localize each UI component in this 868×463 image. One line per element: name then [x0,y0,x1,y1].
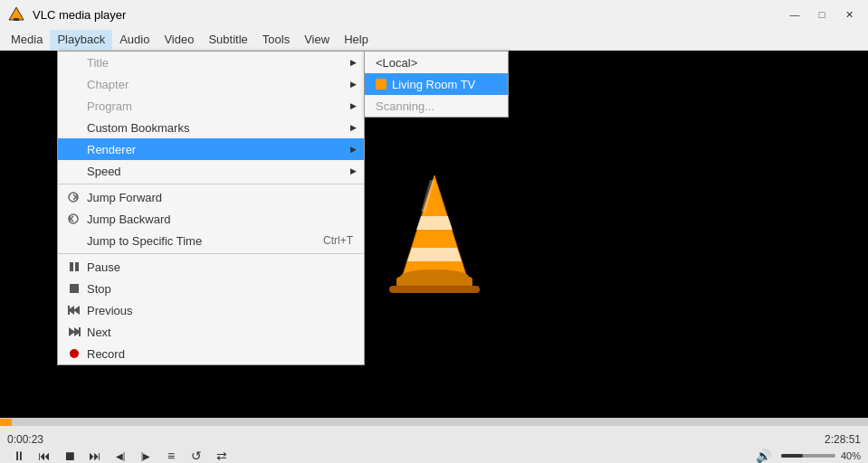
menu-stop[interactable]: Stop [58,278,364,299]
jump-forward-icon [65,191,83,203]
separator-2 [58,253,364,254]
vlc-logo-icon [7,5,25,24]
stop-button[interactable]: ⏹ [58,445,81,463]
svg-rect-16 [70,284,79,293]
vlc-cone-icon [380,166,489,302]
svg-rect-19 [68,306,70,315]
menu-speed[interactable]: Speed [58,160,364,182]
frame-prev-button[interactable]: ◀| [109,445,132,463]
menu-item-view[interactable]: View [297,30,337,50]
menu-item-tools[interactable]: Tools [255,30,297,50]
mute-button[interactable]: 🔊 [752,445,776,463]
title-bar-left: VLC media player [7,5,126,24]
previous-icon [65,305,83,316]
svg-marker-17 [73,306,80,315]
menu-program[interactable]: Program [58,95,364,117]
menu-record[interactable]: Record [58,343,364,364]
menu-jump-forward[interactable]: Jump Forward [58,186,364,208]
frame-next-button[interactable]: |▶ [134,445,157,463]
menu-next[interactable]: Next [58,321,364,343]
renderer-living-room-tv[interactable]: Living Room TV [365,73,508,95]
menu-item-audio[interactable]: Audio [112,30,157,50]
svg-rect-22 [79,327,81,336]
menu-item-video[interactable]: Video [157,30,201,50]
menu-renderer[interactable]: Renderer [58,138,364,160]
next-icon [65,326,83,337]
menu-previous[interactable]: Previous [58,299,364,321]
menu-item-media[interactable]: Media [4,30,50,50]
menu-pause[interactable]: Pause [58,256,364,278]
renderer-local[interactable]: <Local> [365,52,508,73]
pause-icon [65,261,83,272]
total-time: 2:28:51 [825,433,861,446]
skip-forward-button[interactable]: ⏭ [83,445,107,463]
separator-1 [58,184,364,184]
window-title: VLC media player [33,8,126,22]
loop-button[interactable]: ↺ [185,445,208,463]
progress-fill [0,419,12,426]
svg-rect-15 [75,262,79,271]
play-pause-button[interactable]: ⏸ [7,445,31,463]
playback-dropdown: Title Chapter Program Custom Bookmarks R… [57,51,365,365]
menu-chapter[interactable]: Chapter [58,73,364,95]
svg-rect-1 [14,18,19,21]
svg-rect-8 [389,286,480,293]
skip-back-button[interactable]: ⏮ [33,445,56,463]
menu-item-subtitle[interactable]: Subtitle [201,30,254,50]
menu-jump-specific-time[interactable]: Jump to Specific Time Ctrl+T [58,230,364,251]
progress-bar[interactable] [0,419,868,426]
bottom-bar: 0:00:23 2:28:51 ⏸ ⏮ ⏹ ⏭ ◀| |▶ ≡ ↺ ⇄ 🔊 40… [0,418,868,463]
menu-bar: Media Playback Audio Video Subtitle Tool… [0,29,868,51]
menu-custom-bookmarks[interactable]: Custom Bookmarks [58,117,364,138]
renderer-submenu: <Local> Living Room TV Scanning... [364,51,509,118]
stop-icon [65,283,83,294]
svg-point-23 [70,349,79,358]
svg-marker-5 [407,248,462,261]
controls-row: ⏸ ⏮ ⏹ ⏭ ◀| |▶ ≡ ↺ ⇄ 🔊 40% [0,440,868,463]
playlist-button[interactable]: ≡ [159,445,183,463]
record-icon [65,348,83,359]
menu-jump-backward[interactable]: Jump Backward [58,208,364,230]
svg-rect-14 [70,262,73,271]
volume-slider[interactable] [781,454,835,458]
menu-title[interactable]: Title [58,52,364,73]
svg-marker-0 [9,7,24,20]
volume-fill [781,454,803,458]
title-bar: VLC media player — □ ✕ [0,0,868,29]
close-button[interactable]: ✕ [837,5,861,24]
renderer-dot-icon [376,79,386,90]
menu-item-playback[interactable]: Playback [50,30,112,50]
minimize-button[interactable]: — [783,5,806,24]
svg-marker-20 [69,327,75,336]
renderer-scanning: Scanning... [365,95,508,117]
random-button[interactable]: ⇄ [210,445,234,463]
title-bar-controls: — □ ✕ [783,5,861,24]
menu-item-help[interactable]: Help [337,30,376,50]
maximize-button[interactable]: □ [810,5,834,24]
current-time: 0:00:23 [7,433,43,446]
jump-backward-icon [65,213,83,225]
volume-percent: 40% [841,450,861,461]
svg-marker-4 [416,216,453,230]
